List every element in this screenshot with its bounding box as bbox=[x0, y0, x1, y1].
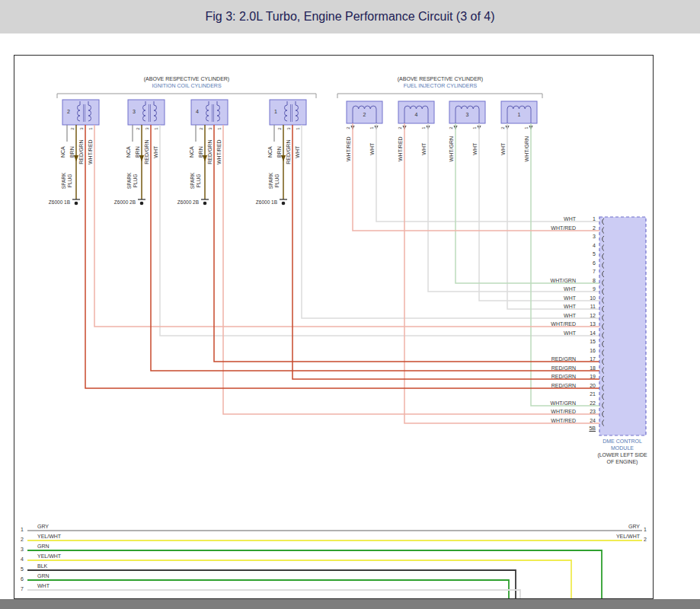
diagram-canvas bbox=[14, 55, 654, 599]
wiring-diagram-page: Fig 3: 2.0L Turbo, Engine Performance Ci… bbox=[0, 0, 700, 609]
footer-strip bbox=[0, 599, 700, 609]
figure-title-bar: Fig 3: 2.0L Turbo, Engine Performance Ci… bbox=[0, 0, 700, 33]
figure-title: Fig 3: 2.0L Turbo, Engine Performance Ci… bbox=[205, 10, 494, 24]
